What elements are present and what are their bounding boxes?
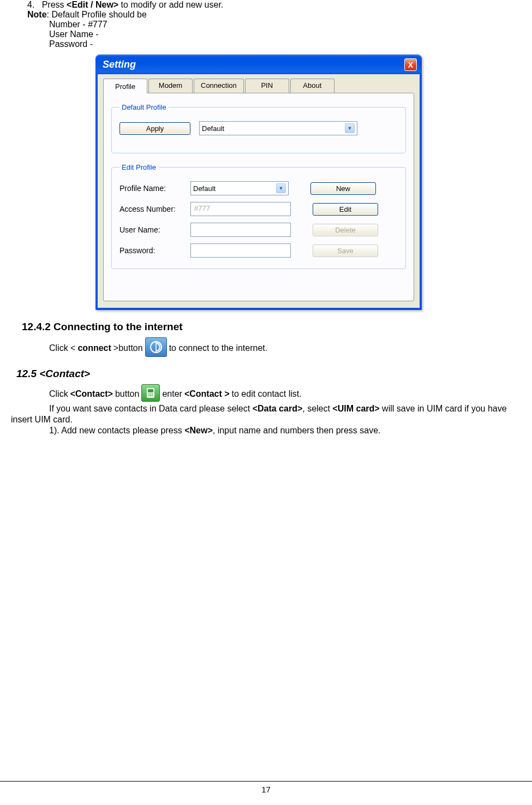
text: Click <box>49 388 68 400</box>
user-name-field[interactable] <box>190 223 291 237</box>
svg-point-8 <box>150 395 151 396</box>
tab-about[interactable]: About <box>290 79 334 93</box>
svg-point-9 <box>152 395 153 396</box>
page-footer: 17 <box>0 781 532 794</box>
close-icon: X <box>408 61 413 69</box>
page-number: 17 <box>261 785 271 794</box>
text: , select <box>302 404 332 413</box>
edit-new-ref: <Edit / New> <box>67 0 118 9</box>
svg-point-5 <box>150 393 151 395</box>
select-value: Default <box>202 124 224 133</box>
text: 1). Add new contacts please press <box>49 426 184 435</box>
user-name-label: User Name: <box>119 225 190 234</box>
tab-pin[interactable]: PIN <box>245 79 289 93</box>
password-field[interactable] <box>190 243 291 258</box>
text: Password - <box>49 39 521 49</box>
text: to modify or add new user. <box>118 0 223 9</box>
text: to connect to the internet. <box>169 342 268 354</box>
edit-profile-group: Edit Profile Profile Name: Default ▼ New <box>111 163 406 269</box>
tab-modem[interactable]: Modem <box>148 79 193 93</box>
svg-point-6 <box>152 393 153 395</box>
text: >button <box>113 342 143 354</box>
new-ref: <New> <box>184 426 213 435</box>
access-number-field[interactable]: #777 <box>190 202 291 216</box>
connect-ref: connect <box>77 342 111 354</box>
section-heading-125: 12.5 <Contact> <box>16 368 521 380</box>
save-button[interactable]: Save <box>313 245 378 257</box>
connect-icon <box>145 337 167 357</box>
section-heading-1242: 12.4.2 Connecting to the internet <box>22 321 521 333</box>
text: If you want save contacts in Data card p… <box>49 404 253 413</box>
list-number: 4. <box>27 0 34 9</box>
delete-button[interactable]: Delete <box>313 224 378 236</box>
contact-ref: <Contact> <box>70 388 113 400</box>
default-profile-group: Default Profile Apply Default ▼ <box>111 103 406 153</box>
text: Number - #777 <box>49 20 521 29</box>
password-label: Password: <box>119 246 190 255</box>
access-number-label: Access Number: <box>119 205 190 213</box>
text: button <box>115 388 139 400</box>
datacard-ref: <Data card> <box>253 404 303 413</box>
tab-connection[interactable]: Connection <box>194 79 244 93</box>
setting-dialog: Setting X Profile Modem Connection PIN A… <box>95 55 422 310</box>
contact-icon <box>141 384 160 402</box>
text: Click < <box>49 342 75 354</box>
text: to edit contact list. <box>232 388 302 400</box>
text: enter <box>162 388 182 400</box>
svg-point-4 <box>148 393 150 395</box>
chevron-down-icon: ▼ <box>276 183 286 193</box>
chevron-down-icon: ▼ <box>345 123 355 133</box>
svg-rect-3 <box>148 389 153 392</box>
titlebar[interactable]: Setting X <box>96 55 421 74</box>
svg-point-7 <box>148 395 150 396</box>
profile-name-select[interactable]: Default ▼ <box>190 181 289 195</box>
dialog-title: Setting <box>103 59 136 70</box>
tab-profile[interactable]: Profile <box>103 79 147 93</box>
text: , input name and numbers then press save… <box>213 426 381 435</box>
apply-button[interactable]: Apply <box>119 122 190 135</box>
note-label: Note <box>27 10 47 19</box>
text: Press <box>42 0 67 9</box>
select-value: Default <box>193 184 216 193</box>
profile-name-label: Profile Name: <box>119 184 190 193</box>
uimcard-ref: <UIM card> <box>332 404 379 413</box>
new-button[interactable]: New <box>310 182 376 195</box>
text: User Name - <box>49 29 521 39</box>
edit-profile-legend: Edit Profile <box>119 163 158 171</box>
tabs: Profile Modem Connection PIN About <box>98 74 420 93</box>
edit-button[interactable]: Edit <box>313 203 378 216</box>
default-profile-legend: Default Profile <box>119 103 169 111</box>
text: : Default Profile should be <box>47 10 147 19</box>
contact-ref2: <Contact > <box>184 388 230 400</box>
default-profile-select[interactable]: Default ▼ <box>199 121 357 135</box>
close-button[interactable]: X <box>404 58 417 71</box>
